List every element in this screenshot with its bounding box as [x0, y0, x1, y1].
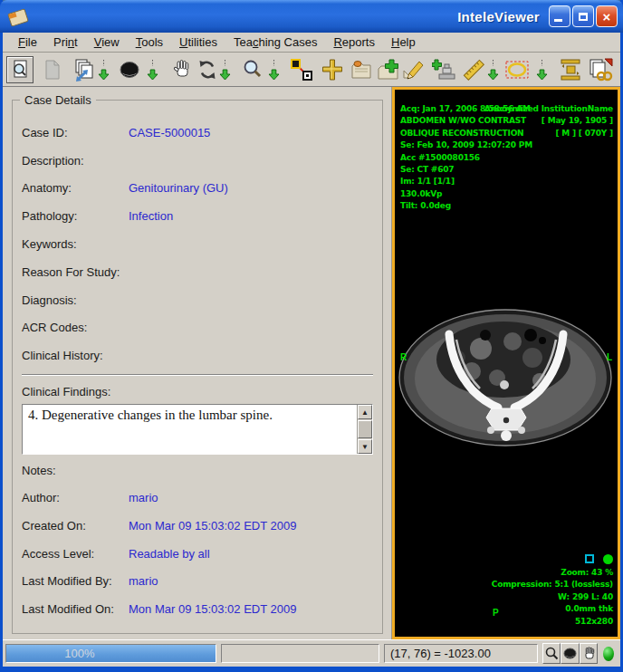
main-area: Case Details Case ID: CASE-5000015 Descr… — [3, 87, 620, 639]
magnifier-icon — [544, 646, 560, 661]
field-access-level: Access Level: Readable by all — [13, 540, 382, 568]
menu-file[interactable]: File — [10, 34, 45, 51]
link-series-icon — [588, 57, 613, 82]
menu-view[interactable]: View — [86, 34, 128, 51]
field-acr-codes: ACR Codes: — [13, 314, 382, 342]
divider — [22, 374, 373, 376]
status-window-level-button[interactable] — [561, 643, 580, 664]
window-title: InteleViewer — [457, 9, 540, 24]
roi-ellipse-icon — [504, 58, 530, 82]
close-icon: × — [603, 10, 611, 24]
chevron-down-icon — [98, 58, 110, 82]
clinical-findings-text[interactable]: 4. Degenerative changes in the lumbar sp… — [23, 405, 357, 454]
compare-studies-icon — [559, 57, 584, 82]
add-to-case-button[interactable] — [376, 56, 401, 83]
status-bar: 100% (17, 76) = -1023.00 — [3, 639, 620, 667]
image-viewport[interactable]: Acq: Jan 17, 2006 8:58:56 AM ABDOMEN W/W… — [392, 87, 620, 639]
field-pathology: Pathology: Infection — [13, 202, 382, 230]
chevron-down-icon — [536, 58, 548, 82]
viewer-area: Acq: Jan 17, 2006 8:58:56 AM ABDOMEN W/W… — [392, 87, 620, 639]
chevron-down-icon — [487, 58, 499, 82]
field-clinical-history: Clinical History: — [13, 341, 382, 370]
magnify-dropdown-button[interactable] — [267, 56, 280, 83]
app-icon — [7, 8, 29, 26]
menu-reports[interactable]: Reports — [325, 34, 383, 51]
image-stack-icon — [72, 58, 96, 82]
pan-button[interactable] — [169, 56, 195, 83]
magnifier-icon — [241, 58, 264, 82]
roi-dropdown-button[interactable] — [535, 56, 548, 83]
field-reason-for-study: Reason For Study: — [13, 258, 382, 286]
stack-dropdown-button[interactable] — [97, 56, 110, 83]
scroll-up-button[interactable]: ▲ — [358, 405, 372, 419]
field-anatomy: Anatomy: Genitourinary (GU) — [13, 175, 382, 203]
case-details-title: Case Details — [20, 93, 96, 107]
case-notes-button[interactable] — [349, 56, 374, 83]
chevron-down-icon — [147, 58, 158, 82]
gold-cross-icon — [321, 58, 344, 82]
dicom-overlay-bottom-right: Zoom: 43 % Compression: 5:1 (lossless) W… — [492, 554, 613, 628]
preview-document-icon — [9, 59, 31, 81]
ct-axial-pelvis-image — [395, 294, 618, 466]
reset-button[interactable] — [195, 56, 220, 83]
inteleviewer-window: InteleViewer × File Print View Tools Uti… — [0, 0, 623, 672]
hand-icon — [170, 58, 194, 82]
scrollbar[interactable]: ▲ ▼ — [357, 405, 372, 454]
link-series-button[interactable] — [588, 56, 613, 83]
orientation-marker-right: R — [400, 352, 407, 362]
status-pan-button[interactable] — [580, 643, 599, 664]
status-magnify-button[interactable] — [542, 643, 561, 664]
refresh-icon — [196, 58, 219, 82]
window-level-button[interactable] — [117, 56, 142, 83]
ruler-button[interactable] — [461, 56, 486, 83]
notes-folder-icon — [350, 58, 373, 82]
close-button[interactable]: × — [596, 5, 618, 27]
cross-reference-button[interactable] — [320, 56, 345, 83]
hand-icon — [581, 646, 597, 661]
ct-image[interactable] — [395, 294, 618, 470]
chevron-down-icon — [219, 58, 231, 82]
field-diagnosis: Diagnosis: — [13, 286, 382, 314]
roi-ellipse-button[interactable] — [504, 56, 530, 83]
scroll-thumb[interactable] — [358, 420, 372, 438]
notes-label: Notes: — [13, 456, 382, 484]
menu-utilities[interactable]: Utilities — [171, 34, 225, 51]
ruler-dropdown-button[interactable] — [486, 56, 499, 83]
case-details-groupbox: Case Details Case ID: CASE-5000015 Descr… — [12, 100, 383, 634]
clinical-findings-label: Clinical Findings: — [13, 378, 382, 404]
status-message-panel — [221, 644, 379, 663]
stamp-plus-icon — [432, 58, 457, 82]
field-created-on: Created On: Mon Mar 09 15:03:02 EDT 2009 — [13, 512, 382, 540]
document-button[interactable] — [39, 56, 64, 83]
title-bar: InteleViewer × — [0, 0, 623, 33]
edit-case-button[interactable] — [401, 56, 427, 83]
compare-studies-button[interactable] — [559, 56, 584, 83]
menu-help[interactable]: Help — [383, 34, 424, 51]
preview-study-button[interactable] — [6, 56, 34, 83]
maximize-button[interactable] — [572, 5, 594, 27]
toolbar — [3, 53, 620, 87]
field-keywords: Keywords: — [13, 230, 382, 258]
measurement-icon — [290, 58, 313, 82]
magnify-button[interactable] — [240, 56, 265, 83]
menu-tools[interactable]: Tools — [128, 34, 171, 51]
minimize-icon — [554, 19, 562, 22]
connection-led-icon — [603, 647, 614, 661]
minimize-button[interactable] — [549, 5, 570, 27]
window-level-icon — [118, 58, 141, 82]
pencil-icon — [402, 58, 426, 82]
menu-print[interactable]: Print — [45, 34, 86, 51]
window-level-dropdown-button[interactable] — [146, 56, 158, 83]
clinical-findings-textarea[interactable]: 4. Degenerative changes in the lumbar sp… — [22, 404, 373, 455]
measure-button[interactable] — [289, 56, 314, 83]
green-dot-indicator-icon — [603, 554, 613, 564]
menu-teaching-cases[interactable]: Teaching Cases — [225, 34, 326, 51]
field-case-id: Case ID: CASE-5000015 — [13, 119, 382, 147]
square-indicator-icon[interactable] — [585, 554, 594, 563]
scroll-down-button[interactable]: ▼ — [358, 439, 372, 454]
pixel-value-readout: (17, 76) = -1023.00 — [384, 644, 538, 663]
stack-navigation-button[interactable] — [72, 56, 97, 83]
export-teaching-case-button[interactable] — [432, 56, 457, 83]
reset-dropdown-button[interactable] — [218, 56, 231, 83]
ruler-icon — [462, 58, 485, 82]
